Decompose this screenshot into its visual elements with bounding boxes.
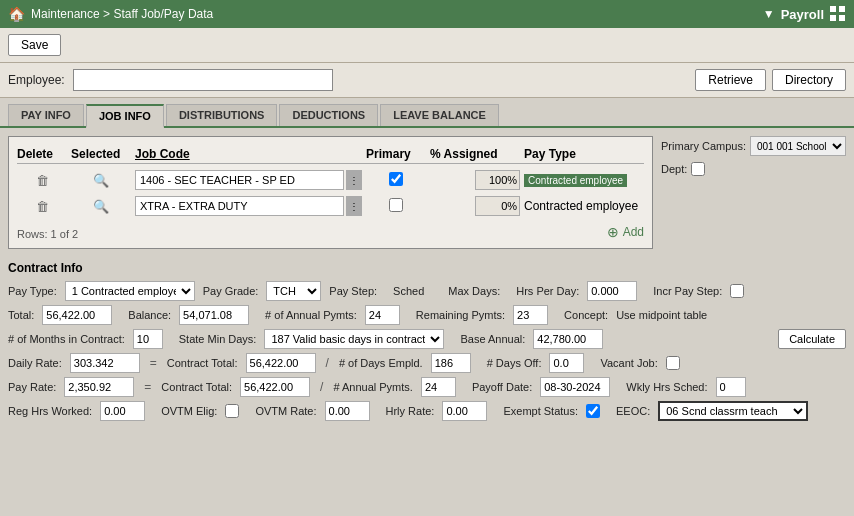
save-button[interactable]: Save [8, 34, 61, 56]
total-input[interactable] [42, 305, 112, 325]
col-pay-type: Pay Type [524, 147, 644, 161]
primary-row1-checkbox[interactable] [389, 172, 403, 186]
job-table-header: Delete Selected Job Code Primary % Assig… [17, 145, 644, 164]
remaining-pymts-input[interactable] [513, 305, 548, 325]
top-bar: 🏠 Maintenance > Staff Job/Pay Data ▼ Pay… [0, 0, 854, 28]
add-link[interactable]: Add [623, 225, 644, 239]
hrs-per-day-input[interactable] [587, 281, 637, 301]
pay-type-text-row2: Contracted employee [524, 199, 638, 213]
employee-buttons: Retrieve Directory [695, 69, 846, 91]
state-min-days-label: State Min Days: [179, 333, 257, 345]
employee-input[interactable] [73, 69, 333, 91]
select-row2-button[interactable]: 🔍 [93, 199, 109, 214]
col-job-code: Job Code [135, 147, 362, 161]
exempt-status-checkbox[interactable] [586, 404, 600, 418]
tab-job-info[interactable]: JOB INFO [86, 104, 164, 128]
eeoc-select[interactable]: 06 Scnd classrm teach [658, 401, 808, 421]
payoff-date-label: Payoff Date: [472, 381, 532, 393]
days-off-input[interactable] [549, 353, 584, 373]
annual-pymts-label2: # Annual Pymts. [333, 381, 413, 393]
reg-hrs-label: Reg Hrs Worked: [8, 405, 92, 417]
concept-label: Concept: [564, 309, 608, 321]
primary-campus-select[interactable]: 001 001 School [750, 136, 846, 156]
contract-total-label1: Contract Total: [167, 357, 238, 369]
directory-button[interactable]: Directory [772, 69, 846, 91]
app-name: Payroll [781, 7, 824, 22]
job-code-row1-input[interactable] [135, 170, 344, 190]
tab-deductions[interactable]: DEDUCTIONS [279, 104, 378, 126]
col-primary: Primary [366, 147, 426, 161]
pay-grade-select[interactable]: TCH [266, 281, 321, 301]
calculate-button[interactable]: Calculate [778, 329, 846, 349]
primary-row2-checkbox[interactable] [389, 198, 403, 212]
total-label: Total: [8, 309, 34, 321]
select-row1-button[interactable]: 🔍 [93, 173, 109, 188]
rows-info: Rows: 1 of 2 [17, 224, 78, 240]
row2-dots-button[interactable]: ⋮ [346, 196, 362, 216]
col-selected: Selected [71, 147, 131, 161]
sched-label: Sched [393, 285, 424, 297]
incr-pay-step-label: Incr Pay Step: [653, 285, 722, 297]
employee-label: Employee: [8, 73, 65, 87]
contract-info-title: Contract Info [8, 261, 846, 275]
dropdown-icon[interactable]: ▼ [763, 7, 775, 21]
incr-pay-step-checkbox[interactable] [730, 284, 744, 298]
annual-pymts-input2[interactable] [421, 377, 456, 397]
payoff-date-input[interactable] [540, 377, 610, 397]
retrieve-button[interactable]: Retrieve [695, 69, 766, 91]
wkly-hrs-sched-input[interactable] [716, 377, 746, 397]
row1-dots-button[interactable]: ⋮ [346, 170, 362, 190]
ovtm-elig-label: OVTM Elig: [161, 405, 217, 417]
remaining-pymts-label: Remaining Pymts: [416, 309, 505, 321]
balance-input[interactable] [179, 305, 249, 325]
delete-row2-button[interactable]: 🗑 [36, 199, 49, 214]
vacant-job-checkbox[interactable] [666, 356, 680, 370]
pay-type-select[interactable]: 1 Contracted employee [65, 281, 195, 301]
contract-row4: Daily Rate: = Contract Total: / # of Day… [8, 353, 846, 373]
contract-row1: Pay Type: 1 Contracted employee Pay Grad… [8, 281, 846, 301]
annual-pymts-label: # of Annual Pymts: [265, 309, 357, 321]
breadcrumb-area: 🏠 Maintenance > Staff Job/Pay Data [8, 6, 213, 22]
app-header-right: ▼ Payroll [763, 6, 846, 22]
pct-row1-input[interactable] [475, 170, 520, 190]
contract-total-input2[interactable] [240, 377, 310, 397]
tab-pay-info[interactable]: PAY INFO [8, 104, 84, 126]
tab-distributions[interactable]: DISTRIBUTIONS [166, 104, 278, 126]
daily-rate-input[interactable] [70, 353, 140, 373]
table-row: 🗑 🔍 ⋮ Contracted employee [17, 168, 644, 192]
contract-section: Contract Info Pay Type: 1 Contracted emp… [0, 257, 854, 429]
employee-row: Employee: Retrieve Directory [0, 63, 854, 98]
slash-sign1: / [326, 356, 329, 370]
contract-row6: Reg Hrs Worked: OVTM Elig: OVTM Rate: Hr… [8, 401, 846, 421]
job-code-row2-input[interactable] [135, 196, 344, 216]
delete-row1-button[interactable]: 🗑 [36, 173, 49, 188]
grid-icon[interactable] [830, 6, 846, 22]
contract-total-input1[interactable] [246, 353, 316, 373]
balance-label: Balance: [128, 309, 171, 321]
months-input[interactable] [133, 329, 163, 349]
dept-row: Dept: [661, 162, 846, 176]
tab-leave-balance[interactable]: LEAVE BALANCE [380, 104, 499, 126]
job-panel: Delete Selected Job Code Primary % Assig… [8, 136, 653, 249]
pct-row2-input[interactable] [475, 196, 520, 216]
hrly-rate-input[interactable] [442, 401, 487, 421]
main-content: Delete Selected Job Code Primary % Assig… [0, 128, 854, 257]
toolbar: Save [0, 28, 854, 63]
ovtm-elig-checkbox[interactable] [225, 404, 239, 418]
ovtm-rate-input[interactable] [325, 401, 370, 421]
reg-hrs-input[interactable] [100, 401, 145, 421]
dept-checkbox[interactable] [691, 162, 705, 176]
base-annual-input[interactable] [533, 329, 603, 349]
home-icon[interactable]: 🏠 [8, 6, 25, 22]
pay-type-row1: Contracted employee [524, 174, 644, 187]
breadcrumb: Maintenance > Staff Job/Pay Data [31, 7, 213, 21]
days-empld-input[interactable] [431, 353, 471, 373]
hrs-per-day-label: Hrs Per Day: [516, 285, 579, 297]
state-min-days-select[interactable]: 187 Valid basic days in contract [264, 329, 444, 349]
pay-rate-input[interactable] [64, 377, 134, 397]
equal-sign1: = [150, 356, 157, 370]
dept-label: Dept: [661, 163, 687, 175]
primary-campus-label: Primary Campus: [661, 140, 746, 152]
annual-pymts-input[interactable] [365, 305, 400, 325]
contract-row3: # of Months in Contract: State Min Days:… [8, 329, 846, 349]
